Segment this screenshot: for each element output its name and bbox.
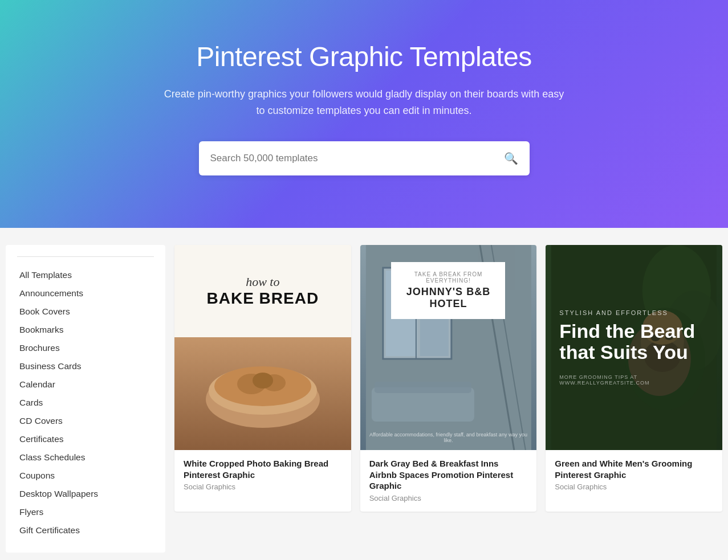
template-info-bread: White Cropped Photo Baking Bread Pintere… [174, 450, 351, 500]
sidebar-item-all-templates[interactable]: All Templates [6, 266, 165, 284]
hotel-badge-subtitle: Take a break from everything! [405, 271, 491, 284]
sidebar-item-certificates[interactable]: Certificates [6, 430, 165, 448]
hero-section: Pinterest Graphic Templates Create pin-w… [0, 0, 728, 228]
sidebar-item-calendar[interactable]: Calendar [6, 375, 165, 394]
sidebar-item-book-covers[interactable]: Book Covers [6, 303, 165, 321]
hotel-badge: Take a break from everything! JOHNNY'S B… [391, 262, 505, 319]
template-name-beard: Green and White Men's Grooming Pinterest… [555, 458, 713, 480]
template-grid: how to BAKE BREAD White Croppe [165, 239, 728, 558]
template-image-hotel: Take a break from everything! JOHNNY'S B… [360, 245, 537, 450]
search-input[interactable] [210, 153, 504, 164]
hotel-footer: Affordable accommodations, friendly staf… [360, 432, 537, 443]
sidebar-item-bookmarks[interactable]: Bookmarks [6, 321, 165, 339]
svg-rect-13 [374, 382, 471, 393]
sidebar-item-gift-certificates[interactable]: Gift Certificates [6, 521, 165, 539]
beard-headline: Find the Beard that Suits You [559, 321, 709, 363]
hotel-badge-title: JOHNNY'S B&B HOTEL [405, 286, 491, 310]
main-content: All Templates Announcements Book Covers … [0, 228, 728, 560]
sidebar-item-coupons[interactable]: Coupons [6, 467, 165, 485]
sidebar-item-cards[interactable]: Cards [6, 394, 165, 412]
svg-point-5 [253, 373, 273, 389]
template-category-beard: Social Graphics [555, 483, 713, 491]
sidebar-item-cd-covers[interactable]: CD Covers [6, 412, 165, 430]
sidebar: All Templates Announcements Book Covers … [6, 245, 165, 553]
sidebar-item-business-cards[interactable]: Business Cards [6, 357, 165, 375]
template-card-bread[interactable]: how to BAKE BREAD White Croppe [174, 245, 351, 512]
template-name-hotel: Dark Gray Bed & Breakfast Inns Airbnb Sp… [369, 458, 528, 492]
template-name-bread: White Cropped Photo Baking Bread Pintere… [184, 458, 342, 480]
bread-illustration [200, 357, 326, 431]
template-image-bread: how to BAKE BREAD [174, 245, 351, 450]
search-icon[interactable]: 🔍 [504, 152, 518, 165]
hero-subtitle: Create pin-worthy graphics your follower… [159, 86, 570, 119]
beard-footer: MORE GROOMING TIPS AT WWW.REALLYGREATSIT… [559, 374, 709, 386]
template-card-hotel[interactable]: Take a break from everything! JOHNNY'S B… [360, 245, 537, 512]
sidebar-item-class-schedules[interactable]: Class Schedules [6, 448, 165, 467]
template-card-beard[interactable]: STYLISH AND EFFORTLESS Find the Beard th… [546, 245, 722, 512]
sidebar-divider [17, 256, 154, 257]
template-category-hotel: Social Graphics [369, 494, 528, 502]
template-category-bread: Social Graphics [184, 483, 342, 491]
sidebar-item-brochures[interactable]: Brochures [6, 339, 165, 357]
sidebar-item-flyers[interactable]: Flyers [6, 503, 165, 521]
beard-text-block: STYLISH AND EFFORTLESS Find the Beard th… [546, 296, 722, 400]
template-info-hotel: Dark Gray Bed & Breakfast Inns Airbnb Sp… [360, 450, 537, 512]
bread-script-text: how to [246, 275, 279, 289]
bread-bold-text: BAKE BREAD [206, 289, 319, 308]
template-info-beard: Green and White Men's Grooming Pinterest… [546, 450, 722, 500]
beard-eyebrow: STYLISH AND EFFORTLESS [559, 309, 709, 316]
sidebar-item-desktop-wallpapers[interactable]: Desktop Wallpapers [6, 485, 165, 503]
search-bar: 🔍 [199, 141, 530, 175]
sidebar-item-announcements[interactable]: Announcements [6, 284, 165, 303]
template-image-beard: STYLISH AND EFFORTLESS Find the Beard th… [546, 245, 722, 450]
hero-title: Pinterest Graphic Templates [196, 41, 532, 72]
